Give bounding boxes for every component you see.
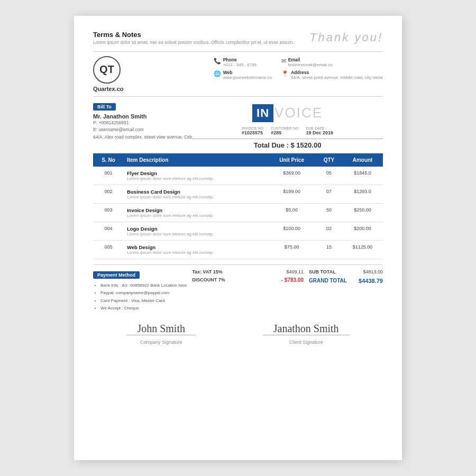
table-row: 003 Invoice Design Lorem ipsum dolor sum… <box>93 203 383 222</box>
tax-discount: Tax: VAT 15% $409.11 DISCOUNT 7% - $783.… <box>187 269 304 313</box>
contact-info: 📞 Phone +012 - 345 - 6789 ✉ Email busine… <box>214 57 383 80</box>
row-price: $5.00 <box>268 203 316 222</box>
footer-section: Payment Method Bank Info : A/c -00856922… <box>93 264 383 313</box>
row-amount: $1393.0 <box>342 185 383 203</box>
col-amount: Amount <box>342 153 383 167</box>
bill-name: Mr. Janathon Smith <box>93 113 192 120</box>
invoice-meta: INVOICE NO #1025575 CUSTOMER NO #285 Due… <box>192 126 383 135</box>
row-desc: Web Design Lorem ipsum dolor sum eteture… <box>124 240 268 259</box>
payment-item: Card Payment : Visa, Master Card <box>100 297 187 305</box>
client-sig-line: Janathon Smith <box>263 323 350 335</box>
address-contact: 📍 Address 64/A, street point avenue, mid… <box>281 70 383 80</box>
item-title: Flyer Design <box>127 170 264 176</box>
email-label: Email <box>288 57 333 62</box>
email-value: businessmail@email.co <box>288 62 333 67</box>
row-qty: 50 <box>316 203 342 222</box>
bill-to-section: Bill To Mr. Janathon Smith P: +008142568… <box>93 101 192 141</box>
table-row: 002 Business Card Design Lorem ipsum dol… <box>93 185 383 203</box>
payment-item: Bank Info : A/c -00856922 Bank Location … <box>100 282 187 289</box>
table-row: 004 Logo Design Lorem ipsum dolor sum et… <box>93 222 383 240</box>
invoice-center: IN VOICE INVOICE NO #1025575 CUSTOMER NO… <box>192 101 383 149</box>
due-date-item: Due DATE : 19 Dec 2016 <box>306 126 334 135</box>
due-date-label: Due DATE : <box>306 126 334 130</box>
col-sno: S. No <box>93 153 124 167</box>
row-price: $369.00 <box>268 167 316 185</box>
due-date-value: 19 Dec 2016 <box>306 130 334 135</box>
total-due: Total Due : $ 1520.00 <box>192 139 383 149</box>
row-amount: $200.00 <box>342 222 383 240</box>
col-desc: Item Description <box>124 153 268 167</box>
sub-total-row: SUB TOTAL $4813.00 <box>309 269 383 274</box>
payment-item: We Accept : Cheque <box>100 305 187 312</box>
grand-total-row: GRAND TOTAL $4438.79 <box>309 278 383 284</box>
row-amount: $250.00 <box>342 203 383 222</box>
thank-you-text: Thank you! <box>309 31 383 44</box>
item-title: Invoice Design <box>127 207 264 213</box>
col-price: Unit Price <box>268 153 316 167</box>
address-value: 64/A, street point avenue, middle road, … <box>291 75 383 80</box>
item-sub: Lorem ipsum dolor sum eteture ag elit.cu… <box>127 232 264 236</box>
payment-method: Payment Method Bank Info : A/c -00856922… <box>93 269 187 313</box>
header-row: QT Quartex.co 📞 Phone +012 - 345 - 6789 … <box>93 56 383 92</box>
row-sno: 001 <box>93 167 124 185</box>
row-sno: 004 <box>93 222 124 240</box>
bill-phone: P: +00814256891 <box>93 120 192 127</box>
row-desc: Invoice Design Lorem ipsum dolor sum ete… <box>124 203 268 222</box>
web-contact: 🌐 Web www.yourwebsitename.co <box>214 70 272 80</box>
item-title: Web Design <box>127 244 264 250</box>
address-label: Address <box>291 70 383 75</box>
web-label: Web <box>223 70 272 75</box>
client-signature: Janathon Smith Client Signature <box>263 323 350 346</box>
items-table: S. No Item Description Unit Price QTY Am… <box>93 153 383 259</box>
grand-total-label: GRAND TOTAL <box>309 278 347 284</box>
discount-value: - $783.00 <box>281 277 304 283</box>
tax-label: Tax: VAT 15% <box>192 269 223 274</box>
signature-section: John Smith Company Signature Janathon Sm… <box>93 319 383 346</box>
email-contact: ✉ Email businessmail@email.co <box>281 57 340 67</box>
row-price: $199.00 <box>268 185 316 203</box>
invoice-voice: VOICE <box>273 105 323 121</box>
row-price: $75.00 <box>268 240 316 259</box>
invoice-title: IN VOICE <box>252 104 323 122</box>
row-sno: 005 <box>93 240 124 259</box>
customer-no-value: #285 <box>271 130 298 135</box>
company-logo: QT <box>93 56 121 84</box>
sub-total-label: SUB TOTAL <box>309 269 336 274</box>
logo-area: QT Quartex.co <box>93 56 123 92</box>
phone-label: Phone <box>223 57 257 62</box>
row-desc: Logo Design Lorem ipsum dolor sum etetur… <box>124 222 268 240</box>
payment-item: Paypal: companyname@paypal.com <box>100 289 187 297</box>
bill-address: 64/A, Alex road complex, street view ave… <box>93 134 192 141</box>
totals-col: SUB TOTAL $4813.00 GRAND TOTAL $4438.79 <box>304 269 383 313</box>
item-sub: Lorem ipsum dolor sum eteture ag elit.cu… <box>127 195 264 199</box>
item-sub: Lorem ipsum dolor sum eteture ag elit.cu… <box>127 250 264 255</box>
invoice-no-value: #1025575 <box>242 130 263 135</box>
phone-contact: 📞 Phone +012 - 345 - 6789 <box>214 57 272 67</box>
customer-no-item: CUSTOMER NO #285 <box>271 126 298 135</box>
company-signature: John Smith Company Signature <box>126 323 196 346</box>
item-sub: Lorem ipsum dolor sum eteture ag elit.cu… <box>127 176 264 181</box>
row-qty: 07 <box>316 185 342 203</box>
customer-no-label: CUSTOMER NO <box>271 126 298 130</box>
grand-total-value: $4438.79 <box>359 278 383 284</box>
address-icon: 📍 <box>281 70 289 77</box>
row-desc: Business Card Design Lorem ipsum dolor s… <box>124 185 268 203</box>
table-row: 001 Flyer Design Lorem ipsum dolor sum e… <box>93 167 383 185</box>
invoice-paper: Thank you! Terms & Notes Lorem ipsum dol… <box>74 16 402 460</box>
company-name: Quartex.co <box>93 86 123 92</box>
row-sno: 002 <box>93 185 124 203</box>
phone-value: +012 - 345 - 6789 <box>223 62 257 67</box>
item-sub: Lorem ipsum dolor sum eteture ag elit.cu… <box>127 213 264 218</box>
phone-icon: 📞 <box>214 58 221 65</box>
row-qty: 15 <box>316 240 342 259</box>
tax-row: Tax: VAT 15% $409.11 <box>192 269 304 274</box>
col-qty: QTY <box>316 153 342 167</box>
bill-to-badge: Bill To <box>93 103 116 111</box>
row-qty: 05 <box>316 167 342 185</box>
client-sig-label: Client Signature <box>289 340 323 345</box>
table-header: S. No Item Description Unit Price QTY Am… <box>93 153 383 167</box>
row-amount: $1125.00 <box>342 240 383 259</box>
tax-value: $409.11 <box>286 269 304 274</box>
invoice-no-item: INVOICE NO #1025575 <box>242 126 263 135</box>
bill-invoice-row: Bill To Mr. Janathon Smith P: +008142568… <box>93 101 383 149</box>
